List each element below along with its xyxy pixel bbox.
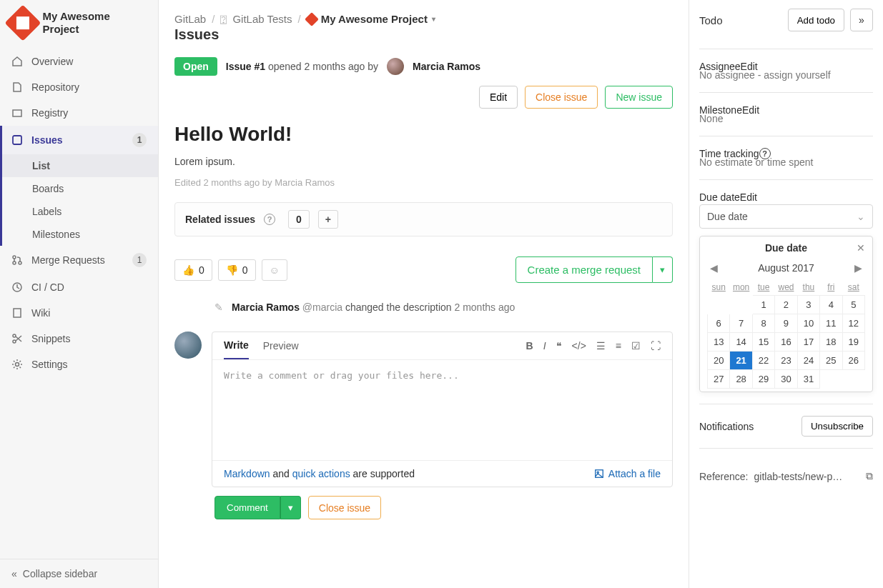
calendar-day[interactable]: 16	[775, 333, 797, 352]
sidebar-item-merge-requests[interactable]: Merge Requests 1	[0, 246, 158, 274]
calendar-day[interactable]: 10	[797, 314, 819, 333]
calendar-day[interactable]: 5	[842, 296, 864, 314]
create-merge-request-button[interactable]: Create a merge request	[516, 256, 653, 283]
thumbs-down-button[interactable]: 👎0	[218, 259, 256, 281]
calendar-day[interactable]: 6	[708, 314, 730, 333]
unsubscribe-button[interactable]: Unsubscribe	[801, 416, 873, 437]
calendar-day[interactable]: 3	[797, 296, 819, 314]
calendar-day[interactable]: 11	[820, 314, 842, 333]
calendar-day[interactable]: 17	[797, 333, 819, 352]
calendar-day[interactable]: 27	[708, 370, 730, 389]
ol-icon[interactable]: ≡	[616, 340, 621, 352]
tab-preview[interactable]: Preview	[263, 340, 299, 359]
new-issue-button[interactable]: New issue	[605, 86, 673, 109]
edit-button[interactable]: Edit	[479, 86, 518, 109]
calendar-day[interactable]: 20	[708, 352, 730, 370]
dow-header: sat	[842, 279, 864, 296]
ul-icon[interactable]: ☰	[596, 340, 606, 352]
datepicker-close-icon[interactable]: ✕	[857, 242, 865, 254]
due-date-edit[interactable]: Edit	[740, 191, 757, 203]
calendar-day[interactable]: 1	[752, 296, 774, 314]
attach-file-button[interactable]: Attach a file	[594, 468, 661, 479]
calendar-day[interactable]: 31	[797, 370, 819, 389]
calendar-day[interactable]: 7	[730, 314, 752, 333]
add-related-button[interactable]: +	[318, 210, 338, 229]
svg-point-11	[597, 472, 598, 473]
author-name[interactable]: Marcia Ramos	[413, 61, 480, 72]
sidebar-item-issues[interactable]: Issues 1	[0, 126, 158, 154]
merge-request-dropdown[interactable]: ▾	[653, 256, 673, 283]
breadcrumb-project[interactable]: My Awesome Project ▾	[307, 13, 435, 25]
current-user-avatar[interactable]	[174, 332, 202, 359]
calendar-day[interactable]: 21	[730, 352, 752, 370]
breadcrumb-group[interactable]: GitLab Tests	[232, 13, 292, 25]
calendar-day[interactable]: 4	[820, 296, 842, 314]
svg-point-4	[19, 261, 21, 264]
italic-icon[interactable]: I	[543, 340, 546, 352]
sidebar-label: Wiki	[31, 307, 50, 319]
bold-icon[interactable]: B	[526, 340, 533, 352]
code-icon[interactable]: </>	[572, 340, 586, 352]
quick-actions-link[interactable]: quick actions	[292, 468, 350, 479]
close-issue-button[interactable]: Close issue	[525, 86, 598, 109]
sidebar-label: Overview	[31, 56, 73, 67]
calendar-day[interactable]: 14	[730, 333, 752, 352]
calendar-day[interactable]: 18	[820, 333, 842, 352]
fullscreen-icon[interactable]: ⛶	[651, 340, 661, 352]
calendar-day[interactable]: 25	[820, 352, 842, 370]
sidebar-item-wiki[interactable]: Wiki	[0, 300, 158, 326]
collapse-sidebar[interactable]: « Collapse sidebar	[0, 559, 158, 588]
calendar-day[interactable]: 29	[752, 370, 774, 389]
tab-write[interactable]: Write	[224, 339, 249, 359]
prev-month-icon[interactable]: ◀	[707, 262, 721, 274]
task-icon[interactable]: ☑	[631, 340, 641, 352]
calendar-day[interactable]: 12	[842, 314, 864, 333]
subnav-boards[interactable]: Boards	[2, 177, 158, 200]
sidebar-item-settings[interactable]: Settings	[0, 352, 158, 377]
collapse-right-sidebar[interactable]: »	[850, 9, 873, 31]
add-reaction-button[interactable]: ☺	[262, 259, 287, 281]
comment-editor: Write Preview B I ❝ </> ☰ ≡ ☑ ⛶ Write a …	[212, 332, 673, 487]
next-month-icon[interactable]: ▶	[852, 262, 865, 274]
sidebar-item-registry[interactable]: Registry	[0, 100, 158, 126]
calendar-day[interactable]: 2	[775, 296, 797, 314]
assignee-value[interactable]: No assignee - assign yourself	[699, 69, 873, 81]
subnav-labels[interactable]: Labels	[2, 200, 158, 223]
due-date-select[interactable]: Due date ⌄	[699, 204, 873, 229]
calendar-day[interactable]: 19	[842, 333, 864, 352]
sidebar-item-repository[interactable]: Repository	[0, 74, 158, 100]
sidebar-item-overview[interactable]: Overview	[0, 49, 158, 74]
subnav-list[interactable]: List	[2, 154, 158, 177]
reference-row: Reference: gitlab-tests/new-p… ⧉	[699, 460, 873, 492]
calendar-day[interactable]: 30	[775, 370, 797, 389]
milestone-edit[interactable]: Edit	[742, 104, 759, 116]
sidebar-item-snippets[interactable]: Snippets	[0, 326, 158, 352]
sidebar-item-cicd[interactable]: CI / CD	[0, 274, 158, 300]
markdown-link[interactable]: Markdown	[224, 468, 270, 479]
copy-icon[interactable]: ⧉	[866, 470, 873, 482]
comment-dropdown[interactable]: ▾	[280, 496, 301, 519]
breadcrumb-root[interactable]: GitLab	[174, 13, 206, 25]
calendar-day[interactable]: 26	[842, 352, 864, 370]
help-icon[interactable]: ?	[264, 214, 275, 225]
comment-textarea[interactable]: Write a comment or drag your files here.…	[212, 360, 672, 460]
author-avatar[interactable]	[387, 58, 404, 75]
thumbs-up-button[interactable]: 👍0	[174, 259, 212, 281]
add-todo-button[interactable]: Add todo	[788, 9, 844, 31]
calendar-day[interactable]: 22	[752, 352, 774, 370]
calendar-day[interactable]: 8	[752, 314, 774, 333]
quote-icon[interactable]: ❝	[556, 340, 562, 352]
calendar-day[interactable]: 15	[752, 333, 774, 352]
sidebar-label: Merge Requests	[31, 254, 105, 266]
calendar-day[interactable]: 13	[708, 333, 730, 352]
smiley-icon: ☺	[270, 264, 280, 276]
calendar-day[interactable]: 24	[797, 352, 819, 370]
subnav-milestones[interactable]: Milestones	[2, 223, 158, 246]
calendar-day[interactable]: 28	[730, 370, 752, 389]
project-header[interactable]: My Awesome Project	[0, 0, 158, 49]
calendar-day[interactable]: 9	[775, 314, 797, 333]
sidebar-label: Issues	[31, 134, 63, 146]
calendar-day[interactable]: 23	[775, 352, 797, 370]
close-issue-button-bottom[interactable]: Close issue	[308, 496, 381, 519]
comment-button[interactable]: Comment	[214, 496, 280, 519]
